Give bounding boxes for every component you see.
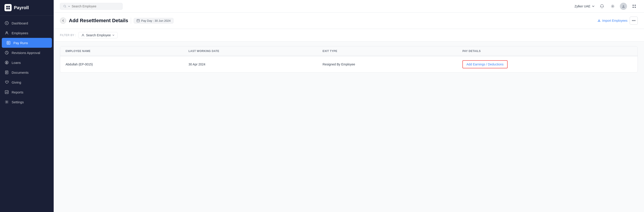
org-chevron-icon: [592, 5, 595, 8]
sidebar-item-documents[interactable]: Documents: [0, 67, 54, 77]
notifications-icon[interactable]: [598, 3, 606, 10]
sidebar-item-revisions-approval[interactable]: Revisions Approval: [0, 48, 54, 58]
sidebar-item-label: Settings: [12, 100, 24, 104]
col-employee-name: EMPLOYEE NAME: [60, 46, 183, 56]
reports-icon: [4, 90, 9, 94]
svg-rect-0: [6, 6, 8, 8]
svg-point-14: [612, 6, 613, 7]
calendar-icon: [137, 19, 140, 22]
sidebar-nav: Dashboard Employees Pay Runs: [0, 16, 54, 212]
page-header-left: Add Resettlement Details Pay Day : 30 Ju…: [60, 18, 174, 24]
import-icon: [597, 19, 601, 22]
documents-icon: [4, 70, 9, 75]
svg-rect-3: [8, 8, 10, 10]
import-employees-button[interactable]: Import Employees: [597, 19, 628, 22]
sidebar-item-dashboard[interactable]: Dashboard: [0, 18, 54, 28]
avatar[interactable]: [620, 3, 627, 10]
sidebar-item-label: Loans: [12, 61, 21, 65]
more-options-button[interactable]: •••: [630, 17, 638, 25]
sidebar: Payroll Dashboard Employees: [0, 0, 54, 212]
settings-gear-icon[interactable]: [609, 3, 616, 10]
sidebar-item-label: Pay Runs: [14, 41, 28, 45]
cell-exit-type: Resigned By Employee: [317, 56, 457, 72]
sidebar-item-giving[interactable]: Giving: [0, 77, 54, 87]
filter-bar: FILTER BY : Search Employee: [54, 29, 644, 42]
svg-point-5: [6, 23, 7, 24]
cell-last-working-date: 30 Apr 2024: [183, 56, 317, 72]
svg-point-12: [6, 101, 8, 103]
page-header: Add Resettlement Details Pay Day : 30 Ju…: [54, 13, 644, 29]
search-icon: [63, 5, 66, 8]
employees-icon: [4, 31, 9, 35]
back-button[interactable]: [60, 18, 66, 24]
page-title: Add Resettlement Details: [69, 18, 128, 24]
svg-point-6: [6, 32, 8, 33]
svg-rect-19: [634, 7, 636, 8]
col-exit-type: EXIT TYPE: [317, 46, 457, 56]
apps-grid-icon[interactable]: [630, 3, 638, 10]
table-row: Abdullah (EP-0015) 30 Apr 2024 Resigned …: [60, 56, 638, 72]
sidebar-item-settings[interactable]: Settings: [0, 97, 54, 107]
header-divider: [131, 18, 131, 24]
table-header-row: EMPLOYEE NAME LAST WORKING DATE EXIT TYP…: [60, 46, 638, 56]
more-dots: •••: [632, 19, 636, 23]
topbar: Zylker UAE: [54, 0, 644, 13]
svg-rect-17: [634, 5, 636, 6]
table-header: EMPLOYEE NAME LAST WORKING DATE EXIT TYP…: [60, 46, 638, 56]
filter-dropdown-icon: [112, 34, 115, 37]
svg-rect-18: [632, 7, 634, 8]
search-bar[interactable]: [60, 3, 122, 10]
loans-icon: [4, 60, 9, 65]
sidebar-item-loans[interactable]: Loans: [0, 58, 54, 67]
org-name: Zylker UAE: [574, 5, 590, 8]
pay-day-label: Pay Day : 30 Jun 2024: [141, 19, 170, 22]
page-header-right: Import Employees •••: [597, 17, 638, 25]
svg-rect-16: [632, 5, 634, 6]
org-selector[interactable]: Zylker UAE: [574, 5, 595, 8]
sidebar-item-employees[interactable]: Employees: [0, 28, 54, 38]
settings-icon: [4, 100, 9, 104]
filter-employee-icon: [81, 33, 85, 37]
sidebar-item-label: Revisions Approval: [12, 51, 40, 55]
cell-pay-details: Add Earnings / Deductions: [457, 56, 638, 72]
sidebar-item-reports[interactable]: Reports: [0, 87, 54, 97]
app-name: Payroll: [14, 5, 29, 10]
sidebar-item-label: Reports: [12, 90, 24, 94]
page-content: Add Resettlement Details Pay Day : 30 Ju…: [54, 13, 644, 212]
sidebar-item-label: Employees: [12, 31, 28, 35]
add-earnings-deductions-button[interactable]: Add Earnings / Deductions: [462, 60, 508, 68]
svg-rect-20: [137, 20, 140, 22]
pay-day-badge: Pay Day : 30 Jun 2024: [134, 18, 174, 24]
search-input[interactable]: [72, 5, 120, 8]
svg-rect-1: [8, 6, 10, 8]
search-dropdown-icon[interactable]: [68, 5, 70, 8]
import-btn-label: Import Employees: [602, 19, 628, 22]
sidebar-item-label: Dashboard: [12, 21, 28, 25]
resettlement-table: EMPLOYEE NAME LAST WORKING DATE EXIT TYP…: [60, 46, 638, 72]
col-pay-details: PAY DETAILS: [457, 46, 638, 56]
giving-icon: [4, 80, 9, 84]
logo-icon: [4, 4, 12, 11]
svg-point-15: [623, 5, 624, 7]
cell-employee-name: Abdullah (EP-0015): [60, 56, 183, 72]
revisions-icon: [4, 50, 9, 55]
sidebar-item-label: Giving: [12, 80, 21, 84]
table-container: EMPLOYEE NAME LAST WORKING DATE EXIT TYP…: [60, 46, 638, 73]
topbar-right: Zylker UAE: [574, 3, 638, 10]
filter-by-label: FILTER BY :: [60, 34, 76, 37]
svg-rect-2: [6, 8, 8, 10]
app-logo[interactable]: Payroll: [0, 0, 54, 16]
main-content: Zylker UAE: [54, 0, 644, 212]
filter-employee-label: Search Employee: [86, 33, 111, 37]
sidebar-item-pay-runs[interactable]: Pay Runs: [2, 38, 52, 48]
col-last-working-date: LAST WORKING DATE: [183, 46, 317, 56]
table-body: Abdullah (EP-0015) 30 Apr 2024 Resigned …: [60, 56, 638, 72]
filter-employee-dropdown[interactable]: Search Employee: [78, 32, 118, 38]
dashboard-icon: [4, 21, 9, 25]
pay-runs-icon: [6, 41, 11, 45]
sidebar-item-label: Documents: [12, 71, 28, 74]
